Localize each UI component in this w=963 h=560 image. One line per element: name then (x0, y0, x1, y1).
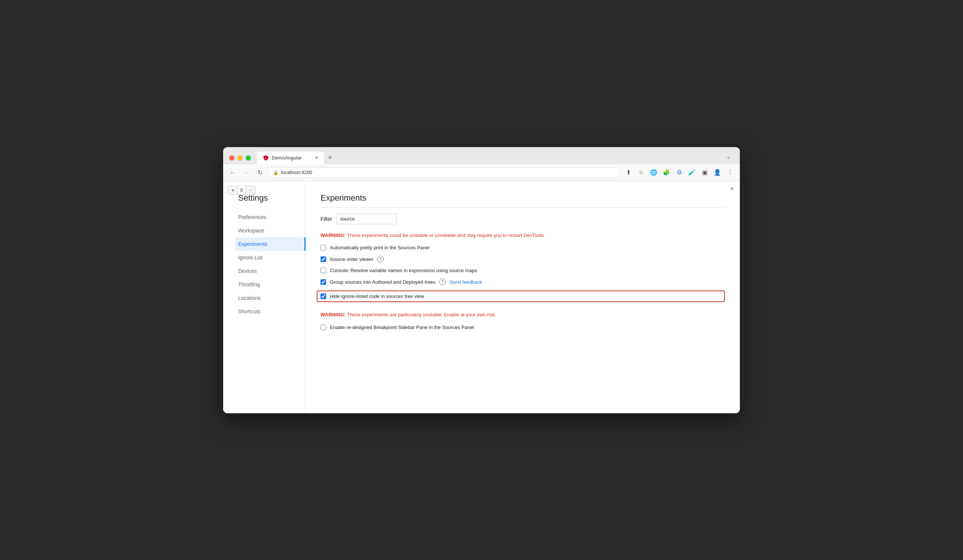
hide-ignore-label: Hide ignore-listed code in sources tree … (330, 293, 424, 299)
new-tab-button[interactable]: + (324, 152, 336, 164)
pretty-print-checkbox[interactable] (321, 245, 326, 251)
tab-close-button[interactable]: × (315, 155, 318, 161)
security-icon: 🔒 (273, 170, 279, 175)
warning-label-2: WARNING: (321, 312, 345, 317)
sidebar-item-shortcuts[interactable]: Shortcuts (238, 305, 306, 318)
experiment-breakpoint-sidebar: Enable re-designed Breakpoint Sidebar Pa… (321, 325, 725, 330)
settings-main: Experiments Filter WARNING: These experi… (306, 181, 740, 413)
zoom-out-button[interactable]: - (246, 186, 255, 194)
reload-button[interactable]: ↻ (255, 167, 265, 178)
warning-label-1: WARNING: (321, 233, 345, 238)
experiment-hide-ignore: Hide ignore-listed code in sources tree … (317, 290, 725, 302)
warning-text-2: WARNING: These experiments are particula… (321, 311, 725, 319)
panel-close-button[interactable]: × (730, 185, 734, 193)
warning-text-1: WARNING: These experiments could be unst… (321, 232, 725, 239)
filter-label: Filter (321, 216, 332, 222)
address-bar[interactable]: 🔒 localhost:4200 (268, 167, 620, 178)
source-order-label: Source order viewer (330, 256, 373, 262)
breakpoint-sidebar-label: Enable re-designed Breakpoint Sidebar Pa… (330, 325, 473, 330)
sidebar-item-ignore-list[interactable]: Ignore List (238, 251, 306, 264)
sidebar-item-devices[interactable]: Devices (238, 264, 306, 278)
traffic-light-green[interactable] (246, 155, 251, 160)
group-sources-checkbox[interactable] (321, 279, 326, 285)
send-feedback-link[interactable]: Send feedback (450, 279, 482, 285)
sidebar-item-workspace[interactable]: Workspace (238, 224, 306, 237)
forward-button[interactable]: → (241, 167, 251, 178)
devtools-icon[interactable]: ⚙ (674, 167, 684, 178)
browser-tab[interactable]: A DemoAngular × (257, 152, 324, 164)
browser-window: A DemoAngular × + ⌄ ← → ↻ 🔒 localhost:42… (223, 147, 740, 413)
tab-bar: A DemoAngular × + (257, 152, 336, 164)
earth-icon[interactable]: 🌐 (648, 167, 659, 178)
share-icon[interactable]: ⬆ (623, 167, 634, 178)
toolbar-actions: ⬆ ☆ 🌐 🧩 ⚙ 🧪 ▣ 👤 ⋮ (623, 167, 735, 178)
filter-row: Filter (321, 214, 725, 224)
group-sources-label: Group sources into Authored and Deployed… (330, 279, 435, 285)
sidebar-item-throttling[interactable]: Throttling (238, 278, 306, 291)
experiment-group-sources: Group sources into Authored and Deployed… (321, 278, 725, 285)
breakpoint-sidebar-checkbox[interactable] (321, 325, 326, 330)
angular-icon: A (263, 155, 269, 161)
flask-icon[interactable]: 🧪 (687, 167, 697, 178)
page-content: + 0 - × Settings Preferences Workspace E… (223, 181, 740, 413)
traffic-lights (229, 155, 251, 160)
experiment-console-resolve: Console: Resolve variable names in expre… (321, 268, 725, 273)
group-sources-help-icon[interactable]: ? (439, 278, 446, 285)
back-button[interactable]: ← (228, 167, 238, 178)
traffic-light-red[interactable] (229, 155, 234, 160)
console-resolve-label: Console: Resolve variable names in expre… (330, 268, 477, 273)
traffic-light-yellow[interactable] (237, 155, 243, 160)
sidebar-item-experiments[interactable]: Experiments (235, 237, 306, 251)
pretty-print-label: Automatically pretty print in the Source… (330, 245, 430, 251)
console-resolve-checkbox[interactable] (321, 268, 326, 273)
extensions-icon[interactable]: 🧩 (661, 167, 672, 178)
zoom-value: 0 (238, 186, 246, 194)
settings-sidebar: Settings Preferences Workspace Experimen… (223, 181, 306, 413)
profile-icon[interactable]: 👤 (712, 167, 723, 178)
url-text: localhost:4200 (281, 170, 312, 175)
source-order-help-icon[interactable]: ? (377, 256, 384, 262)
sidebar-item-preferences[interactable]: Preferences (238, 210, 306, 224)
collapse-button[interactable]: ⌄ (726, 153, 731, 159)
zoom-in-button[interactable]: + (228, 186, 238, 194)
zoom-controls: + 0 - (228, 186, 256, 195)
svg-text:A: A (265, 157, 267, 159)
sidebar-toggle-icon[interactable]: ▣ (699, 167, 710, 178)
sidebar-item-locations[interactable]: Locations (238, 291, 306, 305)
hide-ignore-checkbox[interactable] (321, 293, 326, 299)
sidebar-nav: Preferences Workspace Experiments Ignore… (238, 210, 305, 318)
menu-icon[interactable]: ⋮ (725, 167, 735, 178)
experiment-source-order: Source order viewer ? (321, 256, 725, 262)
browser-titlebar: A DemoAngular × + ⌄ (223, 147, 740, 164)
experiment-pretty-print: Automatically pretty print in the Source… (321, 245, 725, 251)
bookmark-icon[interactable]: ☆ (636, 167, 646, 178)
browser-toolbar: ← → ↻ 🔒 localhost:4200 ⬆ ☆ 🌐 🧩 ⚙ 🧪 ▣ 👤 ⋮ (223, 164, 740, 181)
filter-input[interactable] (337, 214, 397, 224)
source-order-checkbox[interactable] (321, 256, 326, 262)
tab-title: DemoAngular (272, 155, 302, 160)
experiments-title: Experiments (321, 193, 725, 208)
